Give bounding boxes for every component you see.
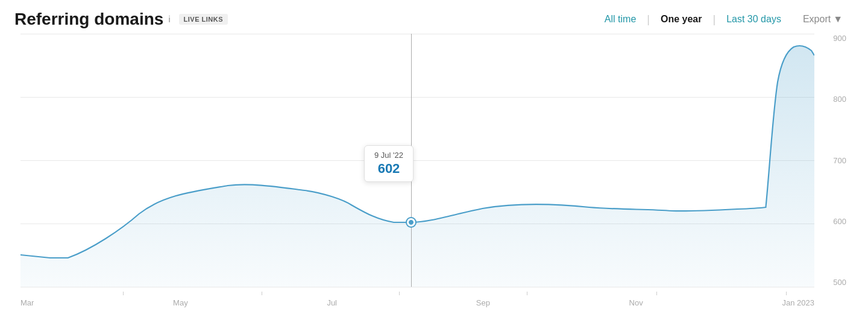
x-axis: Mar May Jul Sep Nov Jan 2023 bbox=[20, 298, 814, 307]
chevron-down-icon: ▼ bbox=[833, 14, 843, 25]
page-container: Referring domains i LIVE LINKS All time … bbox=[0, 0, 868, 335]
x-tick-mar bbox=[123, 292, 124, 295]
last-30-days-button[interactable]: Last 30 days bbox=[715, 11, 792, 27]
info-icon[interactable]: i bbox=[168, 14, 170, 24]
chart-svg bbox=[20, 34, 814, 287]
x-label-jan: Jan 2023 bbox=[782, 298, 814, 307]
y-label-800: 800 bbox=[813, 95, 846, 104]
x-label-sep: Sep bbox=[476, 298, 490, 307]
all-time-button[interactable]: All time bbox=[594, 11, 647, 27]
x-label-may: May bbox=[173, 298, 188, 307]
y-label-500: 500 bbox=[813, 278, 846, 287]
one-year-button[interactable]: One year bbox=[650, 11, 712, 27]
header: Referring domains i LIVE LINKS All time … bbox=[14, 10, 854, 29]
x-label-jul: Jul bbox=[327, 298, 337, 307]
x-tick-nov bbox=[656, 292, 657, 295]
crosshair-dot bbox=[407, 218, 415, 227]
y-axis: 900 800 700 600 500 bbox=[813, 34, 849, 287]
y-label-900: 900 bbox=[813, 34, 846, 43]
page-title: Referring domains bbox=[14, 10, 163, 29]
x-tick-jan bbox=[786, 292, 787, 295]
y-label-700: 700 bbox=[813, 156, 846, 165]
x-tick-jul bbox=[399, 292, 400, 295]
time-filters: All time | One year | Last 30 days Expor… bbox=[594, 11, 854, 27]
x-label-nov: Nov bbox=[629, 298, 643, 307]
export-button[interactable]: Export ▼ bbox=[792, 11, 854, 27]
x-tick-sep bbox=[527, 292, 527, 295]
x-label-mar: Mar bbox=[20, 298, 34, 307]
grid-line-500 bbox=[20, 287, 814, 287]
x-tick-may bbox=[262, 292, 262, 295]
y-label-600: 600 bbox=[813, 217, 846, 226]
live-links-badge: LIVE LINKS bbox=[179, 14, 228, 25]
crosshair-line bbox=[411, 34, 412, 287]
chart-area: 9 Jul '22 602 900 800 700 600 500 Mar Ma… bbox=[14, 34, 854, 317]
